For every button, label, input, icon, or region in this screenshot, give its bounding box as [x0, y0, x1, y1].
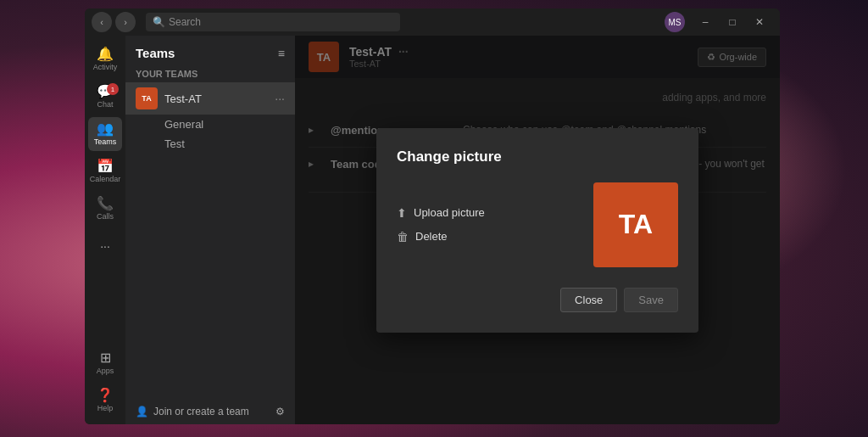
search-bar[interactable]: 🔍 Search	[146, 13, 400, 31]
calls-label: Calls	[97, 212, 114, 221]
minimize-button[interactable]: –	[692, 12, 719, 32]
sidebar-item-activity[interactable]: 🔔 Activity	[88, 42, 122, 76]
filter-icon[interactable]: ≡	[278, 47, 285, 60]
titlebar-avatar[interactable]: MS	[665, 12, 685, 32]
teams-panel: Teams ≡ Your teams TA Test-AT ··· Genera…	[125, 36, 295, 424]
back-button[interactable]: ‹	[92, 12, 112, 32]
team-avatar-small: TA	[136, 87, 158, 109]
calendar-label: Calendar	[90, 175, 121, 183]
teams-section-label: Your teams	[125, 65, 295, 82]
window-controls: – □ ✕	[692, 12, 773, 32]
settings-icon[interactable]: ⚙	[275, 406, 285, 417]
join-create-label: Join or create a team	[153, 406, 270, 417]
apps-icon: ⊞	[100, 351, 111, 365]
delete-icon: 🗑	[397, 230, 409, 244]
titlebar-nav: ‹ ›	[92, 12, 136, 32]
app-window: ‹ › 🔍 Search MS – □ ✕ 🔔 Activity 💬 Chat	[85, 8, 780, 424]
sidebar-item-calls[interactable]: 📞 Calls	[88, 192, 122, 226]
calendar-icon: 📅	[97, 160, 114, 173]
teams-panel-title: Teams	[136, 46, 175, 60]
channel-item-general[interactable]: General	[125, 115, 295, 134]
close-button[interactable]: ✕	[746, 12, 773, 32]
sidebar-item-apps[interactable]: ⊞ Apps	[88, 346, 122, 380]
close-button[interactable]: Close	[560, 288, 617, 312]
chat-badge: 1	[107, 83, 119, 95]
calls-icon: 📞	[97, 197, 114, 210]
help-icon: ❓	[97, 389, 114, 402]
team-name: Test-AT	[164, 92, 268, 105]
save-button[interactable]: Save	[624, 288, 678, 312]
apps-label: Apps	[97, 367, 114, 375]
more-icon: ···	[100, 240, 110, 252]
sidebar-bottom: ⊞ Apps ❓ Help	[88, 346, 122, 424]
upload-picture-action[interactable]: ⬆ Upload picture	[397, 206, 573, 220]
activity-icon: 🔔	[97, 48, 114, 61]
change-picture-dialog: Change picture ⬆ Upload picture 🗑 Delete	[376, 128, 698, 333]
search-icon: 🔍	[153, 16, 165, 28]
sidebar-item-teams[interactable]: 👥 Teams	[88, 117, 122, 151]
teams-icon: 👥	[97, 122, 114, 136]
team-more-icon[interactable]: ···	[275, 92, 285, 105]
activity-label: Activity	[93, 63, 118, 71]
delete-label: Delete	[415, 230, 448, 243]
sidebar-item-chat[interactable]: 💬 Chat 1	[88, 80, 122, 114]
titlebar: ‹ › 🔍 Search MS – □ ✕	[85, 8, 780, 36]
sidebar-item-help[interactable]: ❓ Help	[88, 384, 122, 417]
upload-icon: ⬆	[397, 206, 407, 220]
upload-picture-label: Upload picture	[414, 206, 485, 219]
team-item-test-at[interactable]: TA Test-AT ···	[125, 82, 295, 115]
sidebar-icons: 🔔 Activity 💬 Chat 1 👥 Teams 📅 Calendar 📞…	[85, 36, 125, 424]
app-body: 🔔 Activity 💬 Chat 1 👥 Teams 📅 Calendar 📞…	[85, 36, 780, 424]
channel-item-test[interactable]: Test	[125, 134, 295, 154]
dialog-title: Change picture	[397, 148, 678, 165]
modal-backdrop: Change picture ⬆ Upload picture 🗑 Delete	[295, 36, 780, 424]
dialog-footer: Close Save	[397, 288, 678, 312]
delete-picture-action[interactable]: 🗑 Delete	[397, 230, 573, 244]
teams-label: Teams	[94, 137, 117, 146]
dialog-actions: ⬆ Upload picture 🗑 Delete	[397, 182, 573, 267]
main-content: TA Test-AT ··· Test-AT ♻ Org-wide adding…	[295, 36, 780, 424]
chat-label: Chat	[97, 100, 113, 109]
sidebar-item-calendar[interactable]: 📅 Calendar	[88, 154, 122, 188]
dialog-preview-avatar: TA	[593, 182, 678, 267]
teams-panel-header: Teams ≡	[125, 36, 295, 65]
help-label: Help	[97, 404, 114, 412]
teams-panel-footer[interactable]: 👤 Join or create a team ⚙	[125, 399, 295, 424]
sidebar-item-more[interactable]: ···	[88, 229, 122, 263]
dialog-body: ⬆ Upload picture 🗑 Delete TA	[397, 182, 678, 267]
person-add-icon: 👤	[136, 406, 148, 417]
maximize-button[interactable]: □	[719, 12, 746, 32]
forward-button[interactable]: ›	[115, 12, 136, 32]
search-placeholder: Search	[169, 16, 201, 28]
